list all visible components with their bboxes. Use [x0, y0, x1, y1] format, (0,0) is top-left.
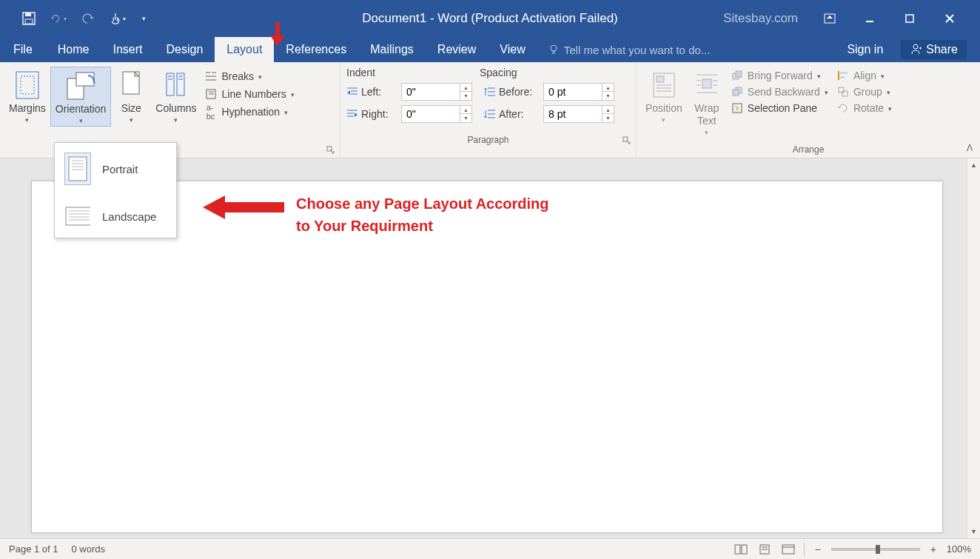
- position-button[interactable]: Position ▾: [641, 67, 687, 125]
- spin-down-icon[interactable]: ▼: [460, 114, 471, 122]
- chevron-down-icon: ▾: [284, 109, 288, 116]
- scroll-up-icon[interactable]: ▲: [967, 158, 980, 172]
- annotation-arrow-down: [270, 22, 285, 46]
- share-button[interactable]: Share: [901, 40, 967, 59]
- line-numbers-button[interactable]: Line Numbers ▾: [204, 87, 295, 101]
- spacing-after-spinner[interactable]: ▲▼: [543, 105, 614, 123]
- spin-up-icon[interactable]: ▲: [603, 106, 614, 114]
- spin-up-icon[interactable]: ▲: [603, 84, 614, 92]
- svg-rect-14: [16, 72, 38, 98]
- tab-review[interactable]: Review: [426, 37, 488, 62]
- rotate-button[interactable]: Rotate▾: [837, 102, 892, 114]
- collapse-ribbon-icon[interactable]: ᐱ: [967, 143, 973, 153]
- zoom-in-button[interactable]: +: [927, 543, 939, 555]
- indent-right-icon: [346, 109, 358, 119]
- spacing-before-spinner[interactable]: ▲▼: [543, 83, 614, 101]
- zoom-level[interactable]: 100%: [947, 543, 971, 555]
- hyphenation-button[interactable]: a-bc Hyphenation ▾: [204, 105, 295, 118]
- svg-rect-61: [733, 90, 739, 96]
- zoom-slider[interactable]: [831, 548, 920, 551]
- tab-home[interactable]: Home: [46, 37, 101, 62]
- touch-mode-icon[interactable]: ▾: [110, 10, 126, 27]
- columns-icon: [165, 70, 187, 100]
- wrap-text-button[interactable]: Wrap Text ▾: [687, 67, 727, 138]
- title-bar: ▾ ▾ ▾ Document1 - Word (Product Activati…: [0, 0, 980, 37]
- indent-left-input[interactable]: [402, 84, 460, 99]
- columns-button[interactable]: Columns ▾: [151, 67, 201, 125]
- orientation-landscape-item[interactable]: Landscape: [55, 195, 176, 238]
- orientation-button[interactable]: Orientation ▾: [50, 67, 111, 127]
- tab-layout[interactable]: Layout: [215, 37, 274, 62]
- tab-design[interactable]: Design: [154, 37, 215, 62]
- spacing-before-input[interactable]: [544, 84, 602, 99]
- margins-button[interactable]: Margins ▾: [4, 67, 50, 125]
- word-count[interactable]: 0 words: [72, 543, 106, 555]
- status-bar: Page 1 of 1 0 words − + 100%: [0, 538, 980, 559]
- send-backward-button[interactable]: Send Backward▾: [731, 86, 828, 98]
- sign-in-link[interactable]: Sign in: [847, 43, 883, 56]
- svg-rect-15: [21, 76, 34, 94]
- vertical-scrollbar[interactable]: ▲ ▼: [967, 158, 980, 538]
- chevron-down-icon: ▾: [887, 89, 890, 96]
- spin-down-icon[interactable]: ▼: [460, 92, 471, 100]
- size-button[interactable]: Size ▾: [111, 67, 151, 125]
- size-icon: [120, 70, 142, 100]
- tell-me-search[interactable]: Tell me what you want to do...: [537, 37, 711, 62]
- minimize-icon[interactable]: [862, 10, 878, 27]
- chevron-down-icon: ▾: [174, 116, 178, 124]
- breaks-button[interactable]: Breaks ▾: [204, 70, 295, 83]
- zoom-thumb[interactable]: [876, 545, 880, 554]
- indent-right-spinner[interactable]: ▲▼: [401, 105, 472, 123]
- spin-up-icon[interactable]: ▲: [460, 106, 471, 114]
- close-icon[interactable]: [942, 10, 958, 27]
- paragraph-launcher-icon[interactable]: [622, 136, 633, 147]
- web-layout-icon[interactable]: [780, 543, 796, 556]
- spin-up-icon[interactable]: ▲: [460, 84, 471, 92]
- page-indicator[interactable]: Page 1 of 1: [9, 543, 58, 555]
- window-title: Document1 - Word (Product Activation Fai…: [362, 11, 618, 26]
- align-icon: [837, 70, 849, 81]
- tab-mailings[interactable]: Mailings: [358, 37, 426, 62]
- svg-rect-47: [657, 76, 664, 82]
- read-mode-icon[interactable]: [733, 543, 749, 556]
- svg-rect-66: [839, 87, 844, 93]
- selection-pane-button[interactable]: Selection Pane: [731, 102, 828, 114]
- bring-forward-button[interactable]: Bring Forward▾: [731, 70, 828, 81]
- print-layout-icon[interactable]: [756, 543, 773, 556]
- orientation-portrait-item[interactable]: Portrait: [55, 143, 176, 195]
- indent-right-input[interactable]: [402, 107, 460, 121]
- chevron-down-icon: ▾: [25, 116, 29, 124]
- redo-icon[interactable]: [80, 10, 96, 27]
- undo-icon[interactable]: ▾: [50, 10, 67, 27]
- chevron-down-icon: ▾: [291, 91, 295, 98]
- tab-view[interactable]: View: [488, 37, 537, 62]
- svg-rect-62: [733, 104, 742, 113]
- spacing-after-icon: [484, 109, 496, 119]
- rotate-icon: [837, 102, 849, 114]
- tab-file[interactable]: File: [0, 37, 46, 62]
- spin-down-icon[interactable]: ▼: [603, 92, 614, 100]
- spacing-after-input[interactable]: [544, 107, 602, 121]
- svg-rect-78: [735, 545, 740, 554]
- align-button[interactable]: Align▾: [837, 70, 892, 81]
- scroll-down-icon[interactable]: ▼: [967, 525, 980, 538]
- indent-left-spinner[interactable]: ▲▼: [401, 83, 472, 101]
- group-label-paragraph: Paragraph: [467, 135, 509, 145]
- qat-customize-icon[interactable]: ▾: [139, 10, 148, 27]
- svg-point-8: [551, 45, 557, 51]
- breaks-icon: [204, 70, 218, 83]
- tab-insert[interactable]: Insert: [101, 37, 154, 62]
- ribbon-display-icon[interactable]: [822, 10, 838, 27]
- svg-rect-17: [76, 73, 94, 86]
- maximize-icon[interactable]: [902, 10, 918, 27]
- page-setup-launcher-icon[interactable]: [326, 146, 337, 156]
- svg-rect-64: [840, 72, 848, 74]
- indent-left-icon: [346, 87, 358, 97]
- group-objects-button[interactable]: Group▾: [837, 86, 892, 98]
- tab-references[interactable]: References: [274, 37, 358, 62]
- spin-down-icon[interactable]: ▼: [603, 114, 614, 122]
- scroll-track[interactable]: [967, 172, 980, 525]
- save-icon[interactable]: [21, 10, 37, 27]
- zoom-out-button[interactable]: −: [812, 543, 824, 555]
- share-icon: [910, 44, 922, 56]
